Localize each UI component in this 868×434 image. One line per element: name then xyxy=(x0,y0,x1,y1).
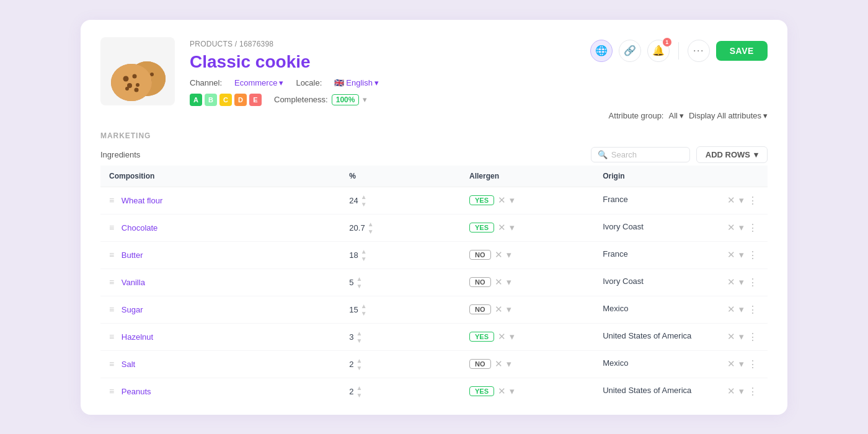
display-all-btn[interactable]: Display All attributes ▾ xyxy=(689,111,768,120)
more-options-btn[interactable]: ··· xyxy=(688,40,710,62)
origin-value-6: Mexico xyxy=(603,358,628,368)
composition-link-4[interactable]: Sugar xyxy=(122,305,143,314)
origin-more-2[interactable]: ⋮ xyxy=(748,249,759,261)
origin-expand-3[interactable]: ▾ xyxy=(739,277,744,288)
drag-handle-0[interactable]: ≡ xyxy=(109,195,114,205)
origin-expand-0[interactable]: ▾ xyxy=(739,195,744,206)
link-icon-btn[interactable]: 🔗 xyxy=(619,40,641,62)
table-row: ≡ Butter 18 ▲ ▼ NO ✕ ▾ France xyxy=(100,241,768,268)
pct-spinners-3[interactable]: ▲ ▼ xyxy=(356,275,363,290)
composition-link-3[interactable]: Vanilla xyxy=(122,278,145,287)
origin-expand-5[interactable]: ▾ xyxy=(739,331,744,342)
origin-more-4[interactable]: ⋮ xyxy=(748,304,759,316)
grade-e: E xyxy=(249,94,262,106)
drag-handle-5[interactable]: ≡ xyxy=(109,332,114,342)
allergen-expand-5[interactable]: ▾ xyxy=(510,331,515,342)
composition-link-1[interactable]: Chocolate xyxy=(122,223,158,232)
origin-clear-1[interactable]: ✕ xyxy=(727,222,735,233)
origin-expand-6[interactable]: ▾ xyxy=(739,358,744,370)
grades: A B C D E xyxy=(190,94,262,106)
drag-handle-4[interactable]: ≡ xyxy=(109,304,114,314)
origin-more-1[interactable]: ⋮ xyxy=(748,222,759,234)
table-row: ≡ Hazelnut 3 ▲ ▼ YES ✕ ▾ United States xyxy=(100,323,768,350)
allergen-actions-0: ✕ ▾ xyxy=(498,195,515,206)
cell-allergen-2: NO ✕ ▾ xyxy=(461,241,594,268)
attr-group-dropdown[interactable]: All ▾ xyxy=(668,111,683,120)
allergen-clear-7[interactable]: ✕ xyxy=(498,386,506,397)
origin-clear-6[interactable]: ✕ xyxy=(727,358,735,370)
channel-dropdown[interactable]: Ecommerce ▾ xyxy=(234,78,283,87)
completeness-label: Completeness: xyxy=(274,95,328,104)
allergen-clear-6[interactable]: ✕ xyxy=(495,358,503,370)
pct-spinners-2[interactable]: ▲ ▼ xyxy=(361,248,367,262)
add-rows-button[interactable]: ADD ROWS ▾ xyxy=(696,146,768,163)
pct-spinners-5[interactable]: ▲ ▼ xyxy=(356,330,363,344)
pct-spinners-1[interactable]: ▲ ▼ xyxy=(368,221,374,235)
drag-handle-2[interactable]: ≡ xyxy=(109,250,114,260)
composition-link-6[interactable]: Salt xyxy=(122,360,135,369)
save-button[interactable]: SAVE xyxy=(716,41,768,61)
origin-more-0[interactable]: ⋮ xyxy=(748,195,759,206)
svg-point-10 xyxy=(133,74,137,78)
origin-clear-7[interactable]: ✕ xyxy=(727,386,735,397)
composition-link-0[interactable]: Wheat flour xyxy=(122,196,162,205)
allergen-clear-4[interactable]: ✕ xyxy=(495,304,503,315)
origin-expand-4[interactable]: ▾ xyxy=(739,304,744,315)
origin-more-7[interactable]: ⋮ xyxy=(748,386,759,397)
origin-value-5: United States of America xyxy=(603,331,691,340)
pct-spinners-6[interactable]: ▲ ▼ xyxy=(356,357,363,371)
origin-value-1: Ivory Coast xyxy=(603,222,644,231)
origin-clear-5[interactable]: ✕ xyxy=(727,331,735,342)
composition-link-2[interactable]: Butter xyxy=(122,250,143,260)
origin-clear-4[interactable]: ✕ xyxy=(727,304,735,315)
pct-spinners-4[interactable]: ▲ ▼ xyxy=(361,303,367,317)
pct-spinners-0[interactable]: ▲ ▼ xyxy=(361,193,367,208)
allergen-clear-1[interactable]: ✕ xyxy=(498,222,506,233)
allergen-expand-2[interactable]: ▾ xyxy=(507,249,512,260)
origin-more-5[interactable]: ⋮ xyxy=(748,331,759,343)
origin-expand-1[interactable]: ▾ xyxy=(739,222,744,233)
origin-clear-3[interactable]: ✕ xyxy=(727,277,735,288)
origin-actions-2: ✕ ▾ ⋮ xyxy=(727,249,759,261)
allergen-badge-7: YES xyxy=(469,386,494,396)
cell-pct-6: 2 ▲ ▼ xyxy=(340,350,461,378)
origin-more-3[interactable]: ⋮ xyxy=(748,277,759,288)
table-row: ≡ Salt 2 ▲ ▼ NO ✕ ▾ Mexico xyxy=(100,350,768,378)
drag-handle-3[interactable]: ≡ xyxy=(109,277,114,287)
drag-handle-1[interactable]: ≡ xyxy=(109,223,114,232)
allergen-clear-0[interactable]: ✕ xyxy=(498,195,506,206)
allergen-expand-0[interactable]: ▾ xyxy=(510,195,515,206)
drag-handle-7[interactable]: ≡ xyxy=(109,386,114,396)
allergen-clear-2[interactable]: ✕ xyxy=(495,249,503,260)
svg-point-9 xyxy=(123,76,129,81)
allergen-badge-6: NO xyxy=(469,359,491,369)
completeness-chevron-icon[interactable]: ▾ xyxy=(363,95,367,104)
cell-origin-0: France ✕ ▾ ⋮ xyxy=(594,187,768,214)
cell-composition-2: ≡ Butter xyxy=(100,241,340,268)
composition-link-7[interactable]: Peanuts xyxy=(122,387,151,396)
pct-spinners-7[interactable]: ▲ ▼ xyxy=(356,384,363,399)
origin-clear-2[interactable]: ✕ xyxy=(727,249,735,260)
notification-icon-btn[interactable]: 🔔 1 xyxy=(647,40,670,62)
allergen-expand-7[interactable]: ▾ xyxy=(510,386,515,397)
origin-expand-2[interactable]: ▾ xyxy=(739,249,744,260)
composition-link-5[interactable]: Hazelnut xyxy=(122,332,153,342)
allergen-expand-3[interactable]: ▾ xyxy=(507,277,512,288)
origin-actions-5: ✕ ▾ ⋮ xyxy=(727,331,759,343)
cell-pct-2: 18 ▲ ▼ xyxy=(340,241,461,268)
user-icon-btn[interactable]: 🌐 xyxy=(590,40,613,62)
allergen-expand-6[interactable]: ▾ xyxy=(507,358,512,370)
locale-dropdown[interactable]: 🇬🇧 English ▾ xyxy=(334,78,379,87)
allergen-expand-4[interactable]: ▾ xyxy=(507,304,512,315)
attribute-group-row: Attribute group: All ▾ Display All attri… xyxy=(81,106,787,120)
origin-clear-0[interactable]: ✕ xyxy=(727,195,735,206)
origin-more-6[interactable]: ⋮ xyxy=(748,358,759,370)
notification-badge: 1 xyxy=(663,38,671,46)
drag-handle-6[interactable]: ≡ xyxy=(109,359,114,369)
origin-expand-7[interactable]: ▾ xyxy=(739,386,744,397)
allergen-clear-3[interactable]: ✕ xyxy=(495,277,503,288)
allergen-expand-1[interactable]: ▾ xyxy=(510,222,515,233)
pct-value-0: 24 xyxy=(349,196,358,205)
search-box[interactable]: 🔍 Search xyxy=(591,147,690,162)
allergen-clear-5[interactable]: ✕ xyxy=(498,331,506,342)
